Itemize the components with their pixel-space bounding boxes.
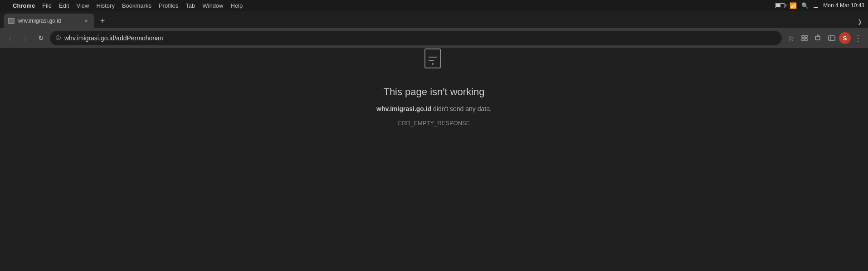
svg-rect-6 [829,36,835,40]
tab-bar: whv.imigrasi.go.id ✕ + ❯ [0,11,868,28]
tab-active[interactable]: whv.imigrasi.go.id ✕ [4,14,94,28]
menubar-history[interactable]: History [96,2,114,9]
profile-button[interactable]: S [839,32,851,44]
menubar-profiles[interactable]: Profiles [159,2,178,9]
back-button[interactable]: ‹ [4,32,16,44]
menubar-bookmarks[interactable]: Bookmarks [122,2,151,9]
menubar-help[interactable]: Help [231,2,243,9]
spotlight-icon[interactable]: 🔍 [801,2,809,9]
menubar-view[interactable]: View [76,2,89,9]
error-description-suffix: didn't send any data. [431,105,492,112]
svg-rect-1 [802,35,804,38]
menubar-edit[interactable]: Edit [59,2,69,9]
nav-bar: ‹ › ↻ 🛈 whv.imigrasi.go.id/addPermohonan… [0,28,868,48]
reload-button[interactable]: ↻ [34,32,47,44]
tab-close-button[interactable]: ✕ [83,17,90,24]
extension-cursor-button[interactable] [798,32,811,44]
error-title: This page isn't working [383,86,484,98]
address-lock-icon: 🛈 [55,35,61,41]
svg-rect-2 [805,35,807,38]
error-code: ERR_EMPTY_RESPONSE [398,120,470,126]
tab-title: whv.imigrasi.go.id [18,18,79,24]
svg-rect-4 [805,39,807,41]
control-center-icon[interactable]: ⚊ [813,2,819,9]
svg-rect-3 [802,39,804,41]
wifi-icon: 📶 [790,2,797,9]
datetime-display: Mon 4 Mar 10:43 [823,2,864,9]
browser-window: whv.imigrasi.go.id ✕ + ❯ ‹ › ↻ 🛈 whv.imi… [0,11,868,126]
svg-rect-8 [425,49,440,68]
menubar-file[interactable]: File [42,2,52,9]
error-site: whv.imigrasi.go.id [376,105,431,112]
tab-favicon [8,18,15,24]
error-container: This page isn't working whv.imigrasi.go.… [376,48,492,126]
page-content: This page isn't working whv.imigrasi.go.… [0,48,868,126]
menubar-app-name[interactable]: Chrome [13,2,35,9]
menubar-tab[interactable]: Tab [185,2,195,9]
new-tab-button[interactable]: + [96,15,109,27]
bookmark-button[interactable]: ☆ [785,32,797,44]
battery-icon [775,3,785,8]
chrome-menu-button[interactable]: ⋮ [852,32,864,44]
address-text[interactable]: whv.imigrasi.go.id/addPermohonan [64,34,776,42]
error-description: whv.imigrasi.go.id didn't send any data. [376,105,492,112]
extensions-button[interactable] [812,32,824,44]
svg-rect-5 [815,36,820,40]
svg-rect-0 [9,19,14,23]
address-bar[interactable]: 🛈 whv.imigrasi.go.id/addPermohonan [50,31,782,45]
svg-point-11 [432,63,434,65]
forward-button[interactable]: › [19,32,32,44]
tab-scroll-right[interactable]: ❯ [855,17,864,26]
error-icon [423,48,445,75]
menubar: Chrome File Edit View History Bookmarks … [0,0,868,11]
menubar-window[interactable]: Window [202,2,223,9]
sidebar-button[interactable] [825,32,838,44]
